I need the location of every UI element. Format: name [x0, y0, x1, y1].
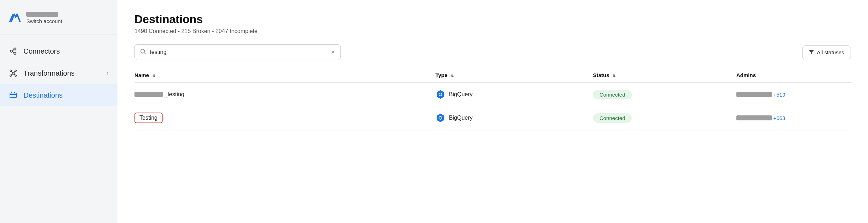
search-box[interactable]: × — [134, 44, 341, 60]
col-header-type[interactable]: Type ⇅ — [435, 69, 593, 83]
svg-rect-14 — [10, 93, 16, 98]
row2-status-cell: Connected — [593, 106, 736, 130]
row1-name-bar — [134, 92, 163, 97]
row2-name-outlined: Testing — [134, 113, 163, 123]
connectors-icon — [9, 47, 18, 56]
col-header-name[interactable]: Name ⇅ — [134, 69, 435, 83]
account-section[interactable]: Switch account — [0, 0, 117, 34]
row1-type-label: BigQuery — [449, 91, 473, 98]
svg-point-20 — [439, 93, 441, 96]
filter-button[interactable]: All statuses — [802, 45, 851, 59]
row2-name-cell: Testing — [134, 106, 435, 130]
page-header: Destinations 1490 Connected - 215 Broken… — [134, 13, 851, 34]
page-subtitle: 1490 Connected - 215 Broken - 2047 Incom… — [134, 28, 851, 34]
row2-admins-count: +663 — [773, 115, 785, 121]
bigquery-icon — [435, 89, 445, 99]
table-header-row: Name ⇅ Type ⇅ Status ⇅ Admins — [134, 69, 851, 83]
search-filter-row: × All statuses — [134, 44, 851, 60]
sidebar-item-transformations[interactable]: Transformations › — [0, 62, 117, 84]
svg-point-23 — [439, 117, 441, 119]
col-header-admins: Admins — [736, 69, 851, 83]
destinations-table: Name ⇅ Type ⇅ Status ⇅ Admins — [134, 69, 851, 130]
svg-point-2 — [14, 52, 16, 54]
sort-type-icon: ⇅ — [451, 74, 454, 78]
row1-admins-count: +519 — [773, 92, 785, 98]
transformations-label: Transformations — [23, 69, 75, 77]
row2-type-label: BigQuery — [449, 115, 473, 121]
destinations-icon — [9, 91, 18, 100]
search-clear-button[interactable]: × — [330, 49, 335, 55]
account-info: Switch account — [26, 12, 62, 24]
switch-account-label[interactable]: Switch account — [26, 18, 62, 24]
sidebar-item-destinations[interactable]: Destinations — [0, 84, 117, 106]
row2-type-cell: BigQuery — [435, 106, 593, 130]
row1-name-text: _testing — [164, 91, 184, 98]
svg-line-11 — [14, 71, 15, 72]
row1-status-cell: Connected — [593, 83, 736, 106]
svg-point-1 — [14, 48, 16, 50]
destinations-label: Destinations — [23, 91, 63, 99]
connectors-label: Connectors — [23, 47, 60, 55]
sort-status-icon: ⇅ — [613, 74, 615, 78]
svg-line-13 — [14, 74, 15, 75]
row1-type-cell: BigQuery — [435, 83, 593, 106]
row1-admins-bar — [736, 92, 772, 97]
row1-name-cell: _testing — [134, 83, 435, 106]
row2-status-badge: Connected — [593, 113, 632, 123]
row1-status-badge: Connected — [593, 90, 632, 99]
row2-admins-cell: +663 — [736, 106, 851, 130]
svg-line-16 — [144, 53, 145, 54]
bigquery-icon — [435, 113, 445, 123]
table-row[interactable]: _testing BigQuery — [134, 83, 851, 106]
sort-name-icon: ⇅ — [152, 74, 155, 78]
svg-line-10 — [11, 71, 12, 72]
filter-label: All statuses — [817, 49, 844, 55]
row2-admins-bar — [736, 115, 772, 120]
main-content: Destinations 1490 Connected - 215 Broken… — [117, 0, 868, 223]
app-logo — [9, 11, 21, 24]
chevron-right-icon: › — [107, 70, 108, 76]
sidebar: Switch account Connectors — [0, 0, 117, 223]
table-row[interactable]: Testing BigQuery — [134, 106, 851, 130]
svg-marker-17 — [809, 50, 814, 54]
transformations-icon — [9, 69, 18, 78]
search-icon — [140, 48, 146, 56]
sidebar-nav: Connectors Transformations › — [0, 34, 117, 112]
svg-line-4 — [12, 51, 14, 53]
svg-line-12 — [11, 74, 12, 75]
sidebar-item-connectors[interactable]: Connectors — [0, 40, 117, 62]
destinations-table-container: Name ⇅ Type ⇅ Status ⇅ Admins — [134, 69, 851, 223]
account-name-bar — [26, 12, 58, 17]
search-input[interactable] — [150, 49, 327, 55]
filter-icon — [809, 49, 814, 55]
page-title: Destinations — [134, 13, 851, 26]
col-header-status[interactable]: Status ⇅ — [593, 69, 736, 83]
row1-admins-cell: +519 — [736, 83, 851, 106]
